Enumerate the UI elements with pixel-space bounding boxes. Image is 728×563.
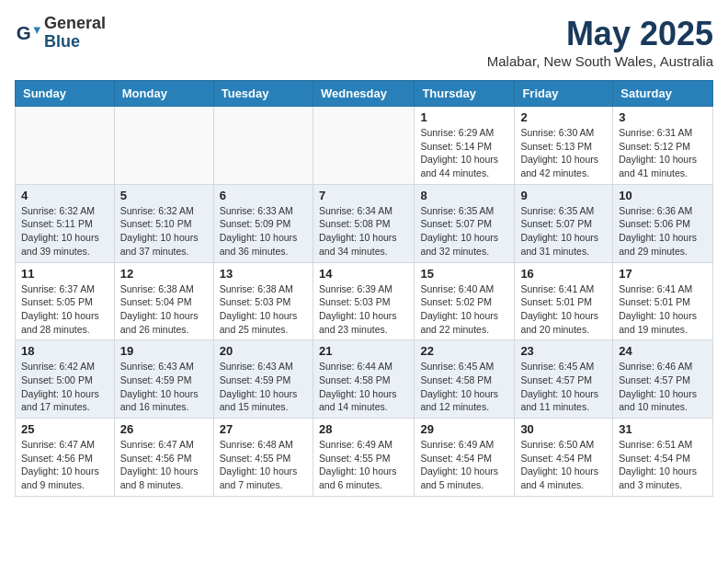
- day-number: 10: [619, 189, 707, 202]
- day-info: Sunrise: 6:32 AM Sunset: 5:11 PM Dayligh…: [21, 204, 108, 259]
- day-info: Sunrise: 6:38 AM Sunset: 5:04 PM Dayligh…: [120, 282, 208, 337]
- day-number: 15: [420, 267, 508, 281]
- day-number: 26: [120, 422, 208, 436]
- week-row-4: 18Sunrise: 6:42 AM Sunset: 5:00 PM Dayli…: [16, 340, 713, 419]
- day-info: Sunrise: 6:33 AM Sunset: 5:09 PM Dayligh…: [220, 204, 307, 259]
- day-info: Sunrise: 6:45 AM Sunset: 4:57 PM Dayligh…: [520, 360, 607, 414]
- weekday-header-tuesday: Tuesday: [213, 81, 313, 107]
- day-cell-24: 24Sunrise: 6:46 AM Sunset: 4:57 PM Dayli…: [613, 340, 713, 419]
- day-info: Sunrise: 6:44 AM Sunset: 4:58 PM Dayligh…: [319, 360, 408, 414]
- day-info: Sunrise: 6:41 AM Sunset: 5:01 PM Dayligh…: [520, 282, 607, 337]
- day-cell-5: 5Sunrise: 6:32 AM Sunset: 5:10 PM Daylig…: [114, 184, 213, 262]
- day-info: Sunrise: 6:46 AM Sunset: 4:57 PM Dayligh…: [619, 360, 707, 414]
- title-section: May 2025 Malabar, New South Wales, Austr…: [487, 15, 713, 69]
- day-cell-3: 3Sunrise: 6:31 AM Sunset: 5:12 PM Daylig…: [613, 107, 713, 185]
- month-title: May 2025: [487, 15, 713, 53]
- day-number: 9: [520, 189, 607, 202]
- day-cell-27: 27Sunrise: 6:48 AM Sunset: 4:55 PM Dayli…: [213, 419, 313, 497]
- day-cell-10: 10Sunrise: 6:36 AM Sunset: 5:06 PM Dayli…: [613, 184, 713, 262]
- weekday-header-thursday: Thursday: [415, 81, 515, 107]
- calendar-table: SundayMondayTuesdayWednesdayThursdayFrid…: [15, 80, 713, 497]
- day-cell-14: 14Sunrise: 6:39 AM Sunset: 5:03 PM Dayli…: [313, 262, 414, 340]
- day-number: 14: [319, 267, 408, 281]
- day-number: 27: [220, 422, 307, 436]
- empty-cell: [313, 107, 414, 185]
- day-info: Sunrise: 6:49 AM Sunset: 4:54 PM Dayligh…: [420, 438, 508, 492]
- day-cell-30: 30Sunrise: 6:50 AM Sunset: 4:54 PM Dayli…: [515, 419, 613, 497]
- day-info: Sunrise: 6:43 AM Sunset: 4:59 PM Dayligh…: [120, 360, 208, 414]
- day-info: Sunrise: 6:31 AM Sunset: 5:12 PM Dayligh…: [619, 126, 707, 180]
- weekday-header-friday: Friday: [515, 81, 613, 107]
- svg-marker-1: [34, 27, 40, 33]
- week-row-5: 25Sunrise: 6:47 AM Sunset: 4:56 PM Dayli…: [16, 419, 713, 497]
- day-info: Sunrise: 6:35 AM Sunset: 5:07 PM Dayligh…: [520, 204, 607, 259]
- day-cell-8: 8Sunrise: 6:35 AM Sunset: 5:07 PM Daylig…: [415, 184, 515, 262]
- weekday-header-row: SundayMondayTuesdayWednesdayThursdayFrid…: [16, 81, 713, 107]
- day-info: Sunrise: 6:50 AM Sunset: 4:54 PM Dayligh…: [520, 438, 607, 492]
- day-cell-6: 6Sunrise: 6:33 AM Sunset: 5:09 PM Daylig…: [213, 184, 313, 262]
- week-row-1: 1Sunrise: 6:29 AM Sunset: 5:14 PM Daylig…: [16, 107, 713, 185]
- day-cell-22: 22Sunrise: 6:45 AM Sunset: 4:58 PM Dayli…: [415, 340, 515, 419]
- empty-cell: [213, 107, 313, 185]
- day-number: 31: [619, 422, 707, 436]
- svg-text:G: G: [17, 21, 31, 42]
- weekday-header-saturday: Saturday: [613, 81, 713, 107]
- day-cell-28: 28Sunrise: 6:49 AM Sunset: 4:55 PM Dayli…: [313, 419, 414, 497]
- day-info: Sunrise: 6:47 AM Sunset: 4:56 PM Dayligh…: [120, 438, 208, 492]
- day-info: Sunrise: 6:48 AM Sunset: 4:55 PM Dayligh…: [220, 438, 307, 492]
- day-cell-11: 11Sunrise: 6:37 AM Sunset: 5:05 PM Dayli…: [16, 262, 115, 340]
- page-header: G General Blue May 2025 Malabar, New Sou…: [15, 15, 713, 69]
- logo-icon: G: [15, 20, 40, 46]
- day-number: 24: [619, 344, 707, 358]
- day-info: Sunrise: 6:47 AM Sunset: 4:56 PM Dayligh…: [21, 438, 108, 492]
- day-cell-29: 29Sunrise: 6:49 AM Sunset: 4:54 PM Dayli…: [415, 419, 515, 497]
- location-title: Malabar, New South Wales, Australia: [487, 53, 713, 69]
- day-number: 23: [520, 344, 607, 358]
- day-number: 3: [619, 110, 707, 124]
- day-cell-7: 7Sunrise: 6:34 AM Sunset: 5:08 PM Daylig…: [313, 184, 414, 262]
- day-info: Sunrise: 6:36 AM Sunset: 5:06 PM Dayligh…: [619, 204, 707, 259]
- day-number: 16: [520, 267, 607, 281]
- week-row-2: 4Sunrise: 6:32 AM Sunset: 5:11 PM Daylig…: [16, 184, 713, 262]
- week-row-3: 11Sunrise: 6:37 AM Sunset: 5:05 PM Dayli…: [16, 262, 713, 340]
- day-number: 29: [420, 422, 508, 436]
- weekday-header-monday: Monday: [114, 81, 213, 107]
- day-cell-21: 21Sunrise: 6:44 AM Sunset: 4:58 PM Dayli…: [313, 340, 414, 419]
- day-cell-2: 2Sunrise: 6:30 AM Sunset: 5:13 PM Daylig…: [515, 107, 613, 185]
- day-number: 12: [120, 267, 208, 281]
- day-cell-15: 15Sunrise: 6:40 AM Sunset: 5:02 PM Dayli…: [415, 262, 515, 340]
- logo-blue: Blue: [44, 33, 106, 52]
- day-info: Sunrise: 6:29 AM Sunset: 5:14 PM Dayligh…: [420, 126, 508, 180]
- logo-general: General: [44, 15, 106, 33]
- day-number: 18: [21, 344, 108, 358]
- day-info: Sunrise: 6:37 AM Sunset: 5:05 PM Dayligh…: [21, 282, 108, 337]
- day-info: Sunrise: 6:49 AM Sunset: 4:55 PM Dayligh…: [319, 438, 408, 492]
- empty-cell: [16, 107, 115, 185]
- day-number: 1: [420, 110, 508, 124]
- day-info: Sunrise: 6:51 AM Sunset: 4:54 PM Dayligh…: [619, 438, 707, 492]
- day-number: 13: [220, 267, 307, 281]
- day-info: Sunrise: 6:41 AM Sunset: 5:01 PM Dayligh…: [619, 282, 707, 337]
- day-number: 7: [319, 189, 408, 202]
- day-cell-23: 23Sunrise: 6:45 AM Sunset: 4:57 PM Dayli…: [515, 340, 613, 419]
- day-info: Sunrise: 6:42 AM Sunset: 5:00 PM Dayligh…: [21, 360, 108, 414]
- day-number: 6: [220, 189, 307, 202]
- day-cell-18: 18Sunrise: 6:42 AM Sunset: 5:00 PM Dayli…: [16, 340, 115, 419]
- day-number: 30: [520, 422, 607, 436]
- day-cell-25: 25Sunrise: 6:47 AM Sunset: 4:56 PM Dayli…: [16, 419, 115, 497]
- day-number: 25: [21, 422, 108, 436]
- day-number: 8: [420, 189, 508, 202]
- weekday-header-wednesday: Wednesday: [313, 81, 414, 107]
- logo: G General Blue: [15, 15, 106, 52]
- day-info: Sunrise: 6:30 AM Sunset: 5:13 PM Dayligh…: [520, 126, 607, 180]
- day-number: 28: [319, 422, 408, 436]
- day-cell-12: 12Sunrise: 6:38 AM Sunset: 5:04 PM Dayli…: [114, 262, 213, 340]
- day-number: 17: [619, 267, 707, 281]
- day-info: Sunrise: 6:39 AM Sunset: 5:03 PM Dayligh…: [319, 282, 408, 337]
- day-number: 2: [520, 110, 607, 124]
- day-cell-20: 20Sunrise: 6:43 AM Sunset: 4:59 PM Dayli…: [213, 340, 313, 419]
- day-number: 20: [220, 344, 307, 358]
- day-cell-9: 9Sunrise: 6:35 AM Sunset: 5:07 PM Daylig…: [515, 184, 613, 262]
- day-info: Sunrise: 6:32 AM Sunset: 5:10 PM Dayligh…: [120, 204, 208, 259]
- day-number: 4: [21, 189, 108, 202]
